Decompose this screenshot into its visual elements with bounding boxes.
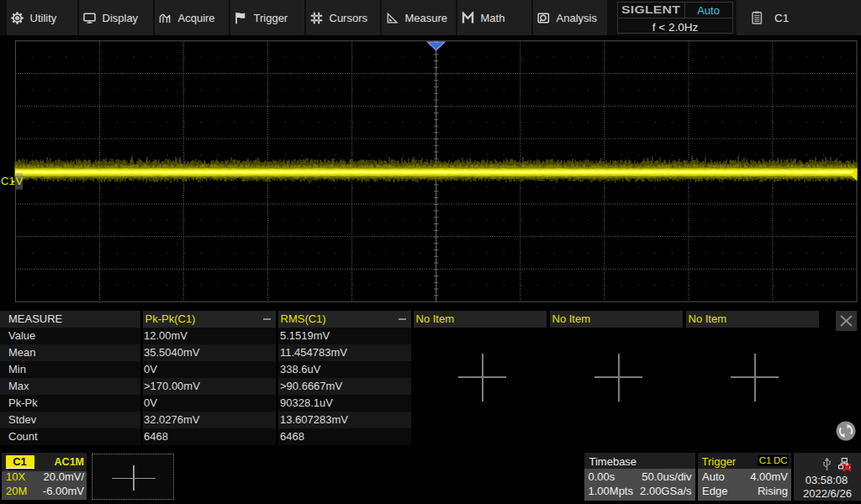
svg-text:V: V [16,175,24,187]
